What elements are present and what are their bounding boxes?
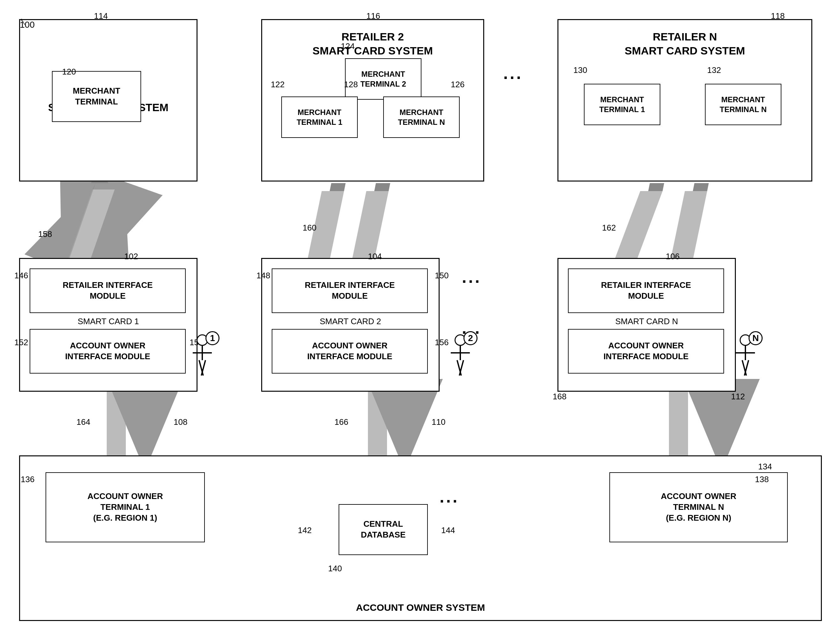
sc1-retailer-label: RETAILER INTERFACE MODULE [63,280,153,302]
retailer2-mt2: MERCHANT TERMINAL 2 [345,58,422,100]
retailerN-mtN: MERCHANT TERMINAL N [705,84,782,125]
stick-body-2 [451,346,470,381]
sc1-account-label: ACCOUNT OWNER INTERFACE MODULE [65,340,150,362]
retailer1-mt-label: MERCHANT TERMINAL [73,86,120,107]
ref-142: 142 [298,525,311,535]
ref-110: 110 [431,417,445,427]
svg-marker-17 [611,191,663,268]
ref-136: 136 [21,475,34,485]
smartcardN-title: SMART CARD N [615,316,678,327]
smartcard1-retailer-module: RETAILER INTERFACE MODULE [30,268,186,313]
ref-168: 168 [553,392,566,402]
account-terminal1: ACCOUNT OWNER TERMINAL 1 (E.G. REGION 1) [45,472,205,542]
dots-middle: ... [462,268,481,287]
svg-marker-12 [330,183,345,191]
ref-122: 122 [271,79,284,89]
ref-164: 164 [76,417,90,427]
retailer2-mt1-label: MERCHANT TERMINAL 1 [297,107,342,127]
smartcardN-box: RETAILER INTERFACE MODULE SMART CARD N A… [558,258,736,392]
svg-marker-23 [107,392,126,459]
ref-106: 106 [666,251,679,261]
smartcard1-account-module: ACCOUNT OWNER INTERFACE MODULE [30,329,186,374]
ref-140: 140 [328,564,342,574]
ref-150: 150 [435,271,449,280]
ref-160: 160 [303,223,316,233]
retailer2-box: RETAILER 2 SMART CARD SYSTEM MERCHANT TE… [261,19,484,182]
sc2-account-label: ACCOUNT OWNER INTERFACE MODULE [307,340,392,362]
ref-148: 148 [256,271,270,280]
ref-156: 156 [435,337,449,347]
ref-124: 124 [341,41,355,51]
svg-marker-21 [693,183,709,191]
retailer2-mtN-label: MERCHANT TERMINAL N [398,107,445,127]
dots-ao: ... [439,487,459,506]
ref-144: 144 [441,525,455,535]
ref-152: 152 [15,337,28,347]
ref-130: 130 [573,65,587,75]
retailer2-mt2-label: MERCHANT TERMINAL 2 [360,69,406,89]
retailer2-mt1: MERCHANT TERMINAL 1 [281,96,358,138]
ref-120: 120 [62,67,76,77]
smartcard2-account-module: ACCOUNT OWNER INTERFACE MODULE [272,329,428,374]
stick-body-1 [193,346,212,381]
smartcard1-box: RETAILER INTERFACE MODULE SMART CARD 1 A… [19,258,198,392]
smartcard2-box: RETAILER INTERFACE MODULE SMART CARD 2 A… [261,258,439,392]
svg-marker-18 [648,183,664,191]
scN-account-label: ACCOUNT OWNER INTERFACE MODULE [603,340,688,362]
person2-circle: 2 [464,331,477,345]
smartcard2-title: SMART CARD 2 [320,316,381,327]
person2-label: 2 [468,333,473,343]
ref-118: 118 [771,11,785,21]
account-owner-system: ACCOUNT OWNER TERMINAL 1 (E.G. REGION 1)… [19,456,822,621]
ref-128: 128 [344,79,358,89]
dots-retailers: ... [503,64,523,83]
ref-104: 104 [368,251,382,261]
smartcardN-account-module: ACCOUNT OWNER INTERFACE MODULE [568,329,724,374]
smartcard1-title: SMART CARD 1 [78,316,139,327]
person1-circle: 1 [206,331,219,345]
retailerN-label: RETAILER N SMART CARD SYSTEM [558,30,811,58]
ref-146: 146 [15,271,28,280]
account-owner-system-label: ACCOUNT OWNER SYSTEM [356,601,485,614]
smartcardN-retailer-module: RETAILER INTERFACE MODULE [568,268,724,313]
sc2-retailer-label: RETAILER INTERFACE MODULE [305,280,395,302]
ref-162: 162 [602,223,616,233]
retailerN-mt1-label: MERCHANT TERMINAL 1 [599,95,645,114]
svg-marker-15 [374,183,390,191]
retailerN-mtN-label: MERCHANT TERMINAL N [720,95,767,114]
ref-134: 134 [758,462,772,472]
retailer2-label: RETAILER 2 SMART CARD SYSTEM [262,30,483,58]
stick-body-N [736,346,755,381]
retailerN-box: RETAILER N SMART CARD SYSTEM MERCHANT TE… [558,19,812,182]
svg-marker-7 [65,190,115,268]
ref-112: 112 [731,392,745,402]
retailerN-mt1: MERCHANT TERMINAL 1 [584,84,660,125]
acc-terminal1-label: ACCOUNT OWNER TERMINAL 1 (E.G. REGION 1) [88,491,163,523]
ref-132: 132 [707,65,721,75]
scN-retailer-label: RETAILER INTERFACE MODULE [601,280,691,302]
retailer1-box: RETAILER 1 SMART CARD SYSTEM MERCHANT TE… [19,19,198,182]
ref-166: 166 [334,417,348,427]
ref-126: 126 [451,79,464,89]
person1-label: 1 [210,333,215,343]
retailer1-merchant-terminal: MERCHANT TERMINAL [52,71,141,122]
central-db-label: CENTRAL DATABASE [361,519,406,540]
svg-marker-31 [669,392,688,459]
svg-marker-8 [65,183,96,268]
ref-116: 116 [366,11,380,21]
acc-terminalN-label: ACCOUNT OWNER TERMINAL N (E.G. REGION N) [661,491,736,523]
ref-138: 138 [755,475,769,485]
smartcard2-retailer-module: RETAILER INTERFACE MODULE [272,268,428,313]
personN-label: N [752,333,759,343]
ref-158: 158 [38,229,52,239]
svg-line-5 [68,188,99,264]
svg-marker-27 [368,392,387,459]
central-database: CENTRAL DATABASE [339,504,428,555]
personN-circle: N [749,331,762,345]
ref-114: 114 [94,11,108,21]
svg-line-6 [91,188,118,264]
ref-102: 102 [124,251,138,261]
ref-108: 108 [174,417,187,427]
retailer2-mtN: MERCHANT TERMINAL N [383,96,460,138]
